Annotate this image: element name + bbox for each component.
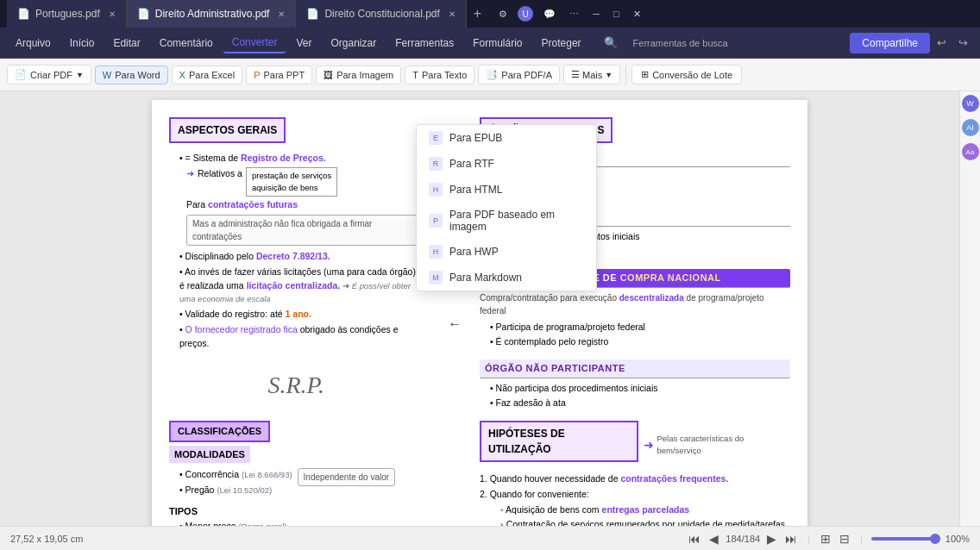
para-imagem-button[interactable]: 🖼 Para Imagem — [316, 66, 401, 84]
modalidades-list: Concorrência (Lei 8.666/93) Pregão (Lei … — [169, 466, 423, 499]
zoom-label: 100% — [945, 534, 970, 544]
left-column: ASPECTOS GERAIS = Sistema de Registro de… — [169, 117, 430, 526]
next-page-button[interactable]: ▶ — [765, 532, 778, 546]
hipoteses-section: HIPÓTESES DE UTILIZAÇÃO ➜ Pelas caracter… — [480, 421, 790, 526]
tab-direito-const[interactable]: 📄 Direito Constitucional.pdf ✕ — [296, 0, 466, 28]
new-tab-button[interactable]: + — [467, 6, 488, 22]
mais-dropdown-menu[interactable]: E Para EPUB R Para RTF H Para HTML P Par… — [416, 124, 597, 291]
para-ppt-icon: P — [254, 70, 260, 80]
dropdown-epub[interactable]: E Para EPUB — [417, 125, 596, 151]
para-ppt-label: Para PPT — [263, 70, 305, 80]
more-options-icon[interactable]: ⋯ — [566, 7, 582, 22]
conversao-lote-button[interactable]: ⊞ Conversão de Lote — [631, 65, 742, 84]
settings-icon[interactable]: ⚙ — [495, 7, 511, 22]
minimize-icon[interactable]: ─ — [589, 7, 603, 21]
tab-direito-const-close[interactable]: ✕ — [449, 9, 455, 19]
panel-icon-w[interactable]: W — [962, 95, 979, 112]
item1: 1. Quando houver necessidade de contrata… — [480, 472, 790, 486]
close-icon[interactable]: ✕ — [630, 7, 644, 22]
hipoteses-header-row: HIPÓTESES DE UTILIZAÇÃO ➜ Pelas caracter… — [480, 421, 790, 469]
tab-portugues-close[interactable]: ✕ — [109, 9, 116, 19]
share-button[interactable]: Compartilhe — [850, 33, 930, 53]
criar-pdf-button[interactable]: 📄 Criar PDF ▼ — [7, 65, 91, 84]
menu-comentario[interactable]: Comentário — [151, 34, 222, 53]
menu-converter[interactable]: Converter — [223, 33, 286, 53]
para-ppt-button[interactable]: P Para PPT — [246, 66, 312, 84]
menu-inicio[interactable]: Início — [61, 34, 104, 53]
mas-admin-note: Mas a administração não fica obrigada a … — [186, 215, 423, 246]
para-texto-label: Para Texto — [422, 70, 467, 80]
para-word-label: Para Word — [115, 70, 160, 80]
maximize-icon[interactable]: □ — [610, 7, 623, 21]
tab-direito-adm-label: Direito Administrativo.pdf — [155, 8, 270, 20]
panel-icon-aa[interactable]: Aa — [962, 143, 979, 160]
tab-portugues[interactable]: 📄 Portugues.pdf ✕ — [7, 0, 127, 28]
tab-direito-adm-close[interactable]: ✕ — [278, 9, 285, 19]
para-texto-icon: T — [412, 70, 418, 80]
pdf-imagem-icon: P — [429, 214, 443, 228]
modalidades-header: MODALIDADES — [169, 446, 250, 464]
para-word-button[interactable]: W Para Word — [95, 66, 168, 84]
status-bar: 27,52 x 19,05 cm ⏮ ◀ 184/184 ▶ ⏭ | ⊞ ⊟ |… — [0, 526, 980, 550]
para-excel-label: Para Excel — [189, 70, 235, 80]
fornecedor-line: O fornecedor registrado fica obrigado às… — [169, 323, 423, 351]
dropdown-hwp[interactable]: H Para HWP — [417, 239, 596, 265]
fit-width-button[interactable]: ⊟ — [838, 532, 851, 546]
search-tools-icon[interactable]: 🔍 — [599, 33, 623, 53]
prestacao-box: prestação de serviços aquisição de bens — [246, 167, 337, 197]
mais-icon: ☰ — [571, 69, 580, 80]
item2: 2. Quando for conveniente: — [480, 488, 790, 502]
participa2-line: Participa de programa/projeto federal — [480, 321, 790, 334]
nao-participa-line: Não participa dos procedimentos iniciais — [480, 382, 790, 396]
mais-button[interactable]: ☰ Mais ▼ — [563, 65, 620, 84]
para-excel-icon: X — [179, 70, 185, 80]
menu-arquivo[interactable]: Arquivo — [7, 34, 60, 53]
prev-page-button[interactable]: ◀ — [707, 532, 720, 546]
tab-pdf-icon: 📄 — [17, 8, 30, 20]
menu-organizar[interactable]: Organizar — [322, 34, 385, 53]
panel-icon-ai[interactable]: AI — [962, 119, 979, 136]
zoom-slider[interactable] — [871, 537, 940, 541]
menu-editar[interactable]: Editar — [104, 34, 148, 53]
dropdown-html[interactable]: H Para HTML — [417, 177, 596, 203]
para-pdfa-button[interactable]: 📑 Para PDF/A — [478, 65, 560, 84]
aspectos-header: ASPECTOS GERAIS — [169, 117, 286, 143]
markdown-icon: M — [429, 271, 443, 284]
pregao-line: Pregão (Lei 10.520/02) — [169, 484, 292, 497]
mais-label: Mais — [582, 70, 602, 80]
para-texto-button[interactable]: T Para Texto — [405, 66, 474, 84]
status-right: ⏮ ◀ 184/184 ▶ ⏭ | ⊞ ⊟ | 100% — [687, 532, 970, 546]
chat-icon[interactable]: 💬 — [540, 7, 559, 22]
menu-ver[interactable]: Ver — [287, 34, 320, 53]
modalidades-block: MODALIDADES Concorrência (Lei 8.666/93) … — [169, 446, 423, 499]
dropdown-pdf-imagem[interactable]: P Para PDF baseado em imagem — [417, 203, 596, 239]
menu-bar: Arquivo Início Editar Comentário Convert… — [0, 28, 980, 59]
back-icon[interactable]: ↩ — [932, 33, 952, 53]
status-separator1: | — [807, 534, 810, 544]
page-number: 184/184 — [726, 534, 760, 544]
contratacoes-line: Para contratações futuras Mas a administ… — [169, 198, 423, 248]
fit-page-button[interactable]: ⊞ — [819, 532, 832, 546]
classificacoes-header: CLASSIFICAÇÕES — [169, 421, 270, 442]
dimensions-label: 27,52 x 19,05 cm — [10, 534, 83, 544]
dropdown-markdown[interactable]: M Para Markdown — [417, 265, 596, 291]
tab-direito-adm[interactable]: 📄 Direito Administrativo.pdf ✕ — [127, 0, 297, 28]
menu-ferramentas[interactable]: Ferramentas — [386, 34, 462, 53]
tipos-header: TIPOS — [169, 504, 423, 519]
para-excel-button[interactable]: X Para Excel — [172, 66, 243, 84]
menu-proteger[interactable]: Proteger — [533, 34, 590, 53]
forward-icon[interactable]: ↪ — [953, 33, 973, 53]
menu-formulario[interactable]: Formulário — [464, 34, 531, 53]
document-area[interactable]: ASPECTOS GERAIS = Sistema de Registro de… — [0, 91, 959, 526]
para-word-icon: W — [103, 70, 111, 80]
dropdown-rtf[interactable]: R Para RTF — [417, 151, 596, 177]
para-imagem-label: Para Imagem — [336, 70, 393, 80]
first-page-button[interactable]: ⏮ — [687, 532, 702, 546]
status-separator2: | — [860, 534, 863, 544]
title-bar: 📄 Portugues.pdf ✕ 📄 Direito Administrati… — [0, 0, 980, 28]
user-icon[interactable]: U — [518, 6, 533, 22]
last-page-button[interactable]: ⏭ — [783, 532, 799, 546]
zoom-thumb[interactable] — [930, 534, 940, 544]
faz-adesao-line: Faz adesão à ata — [480, 397, 790, 410]
rtf-icon: R — [429, 157, 443, 171]
